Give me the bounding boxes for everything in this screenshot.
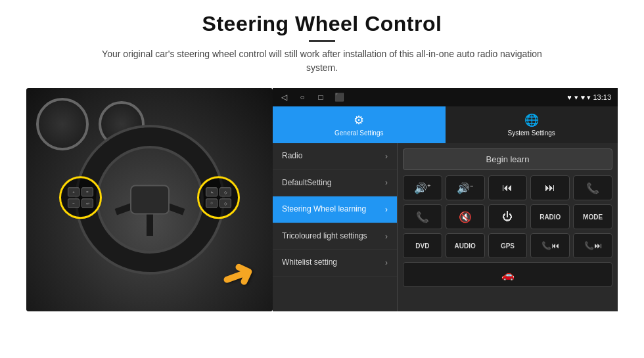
phone-prev-icon: 📞⏮ (541, 241, 559, 250)
title-divider (309, 40, 335, 42)
clock: ♥ ▾ 13:13 (581, 93, 611, 102)
next-icon: ⏭ (545, 182, 555, 194)
phone-next-icon: 📞⏭ (584, 241, 602, 250)
back-icon: ◁ (279, 93, 288, 102)
menu-area: Radio › DefaultSetting › Steering Wheel … (273, 143, 618, 311)
phone-next-btn[interactable]: 📞⏭ (573, 233, 612, 258)
menu-list: Radio › DefaultSetting › Steering Wheel … (273, 143, 398, 311)
button-cluster-right: ⤿ ◇ ○ ◇ (197, 176, 240, 219)
radio-label: RADIO (540, 213, 561, 221)
menu-item-steering-wheel[interactable]: Steering Wheel learning › (273, 196, 397, 223)
chevron-icon: › (385, 152, 388, 161)
home-icon: ○ (298, 93, 307, 102)
call-btn[interactable]: 📞 (573, 175, 612, 200)
radio-btn[interactable]: RADIO (530, 204, 570, 229)
tab-bar: ⚙ General Settings 🌐 System Settings (273, 106, 618, 143)
system-settings-icon: 🌐 (524, 113, 539, 127)
recents-icon: □ (316, 93, 325, 102)
dvd-label: DVD (415, 242, 429, 250)
power-icon: ⏻ (502, 211, 513, 223)
last-row: 🚗 (403, 262, 612, 287)
sw-btn-r3: ○ (206, 198, 218, 208)
chevron-icon: › (385, 205, 388, 214)
chevron-icon: › (385, 232, 388, 241)
gps-label: GPS (501, 242, 515, 250)
mute-btn[interactable]: 🔇 (446, 204, 485, 229)
android-panel: ◁ ○ □ ⬛ ♥ ▾ ♥ ▾ 13:13 ⚙ General Settings (273, 88, 618, 311)
status-bar: ◁ ○ □ ⬛ ♥ ▾ ♥ ▾ 13:13 (273, 88, 618, 106)
begin-learn-row: Begin learn (403, 148, 612, 170)
nav-car-btn[interactable]: 🚗 (403, 262, 612, 287)
chevron-icon: › (385, 258, 388, 267)
mute-icon: 🔇 (459, 211, 472, 223)
begin-learn-button[interactable]: Begin learn (403, 148, 612, 170)
mode-label: MODE (583, 213, 603, 221)
gauge-left (36, 98, 89, 150)
vol-down-btn[interactable]: 🔊− (446, 175, 485, 200)
vol-up-btn[interactable]: 🔊+ (403, 175, 442, 200)
audio-label: AUDIO (455, 242, 476, 250)
location-icon: ♥ (567, 93, 572, 101)
audio-btn[interactable]: AUDIO (446, 233, 485, 258)
button-cluster-left: + ≈ − ↩ (59, 176, 102, 219)
sw-btn-r2: ◇ (219, 187, 231, 196)
mode-btn[interactable]: MODE (573, 204, 612, 229)
vol-down-icon: 🔊− (457, 182, 473, 194)
control-row-3: DVD AUDIO GPS 📞⏮ 📞⏭ (403, 233, 612, 258)
controls-panel: Begin learn 🔊+ 🔊− ⏮ (398, 143, 618, 311)
call-icon: 📞 (586, 182, 599, 194)
screenshot-icon: ⬛ (334, 93, 344, 102)
power-btn[interactable]: ⏻ (488, 204, 528, 229)
next-btn[interactable]: ⏭ (530, 175, 570, 200)
prev-icon: ⏮ (502, 182, 513, 194)
gps-btn[interactable]: GPS (488, 233, 528, 258)
car-icon: 🚗 (501, 269, 515, 281)
sw-btn-vol-down: − (68, 198, 80, 208)
nav-icons: ◁ ○ □ ⬛ (279, 93, 344, 102)
menu-item-tricoloured[interactable]: Tricoloured light settings › (273, 223, 397, 250)
prev-btn[interactable]: ⏮ (488, 175, 528, 200)
dvd-btn[interactable]: DVD (403, 233, 442, 258)
call-end-btn[interactable]: 📞 (403, 204, 442, 229)
sw-btn-call: ↩ (81, 198, 93, 208)
phone-prev-btn[interactable]: 📞⏮ (530, 233, 570, 258)
page-subtitle: Your original car's steering wheel contr… (92, 47, 552, 75)
status-icons: ♥ ▾ ♥ ▾ 13:13 (567, 93, 611, 102)
sw-btn-r4: ◇ (219, 198, 231, 208)
menu-item-default-setting[interactable]: DefaultSetting › (273, 170, 397, 197)
sw-btn-mode: ≈ (81, 187, 93, 196)
vol-up-icon: 🔊+ (414, 182, 430, 194)
signal-icon: ▾ (574, 93, 578, 102)
menu-item-whitelist[interactable]: Whitelist setting › (273, 250, 397, 277)
general-settings-icon: ⚙ (354, 113, 364, 127)
control-row-1: 🔊+ 🔊− ⏮ ⏭ 📞 (403, 175, 612, 200)
control-row-2: 📞 🔇 ⏻ RADIO MODE (403, 204, 612, 229)
tab-general[interactable]: ⚙ General Settings (273, 106, 446, 143)
call-end-icon: 📞 (416, 211, 429, 223)
menu-item-radio[interactable]: Radio › (273, 143, 397, 170)
tab-system[interactable]: 🌐 System Settings (446, 106, 618, 143)
sw-btn-r1: ⤿ (206, 187, 218, 196)
chevron-icon: › (385, 178, 388, 187)
sw-btn-vol-up: + (68, 187, 80, 196)
page-title: Steering Wheel Control (92, 12, 552, 36)
steering-wheel-image: + ≈ − ↩ ⤿ ◇ ○ ◇ ➜ (26, 88, 273, 311)
